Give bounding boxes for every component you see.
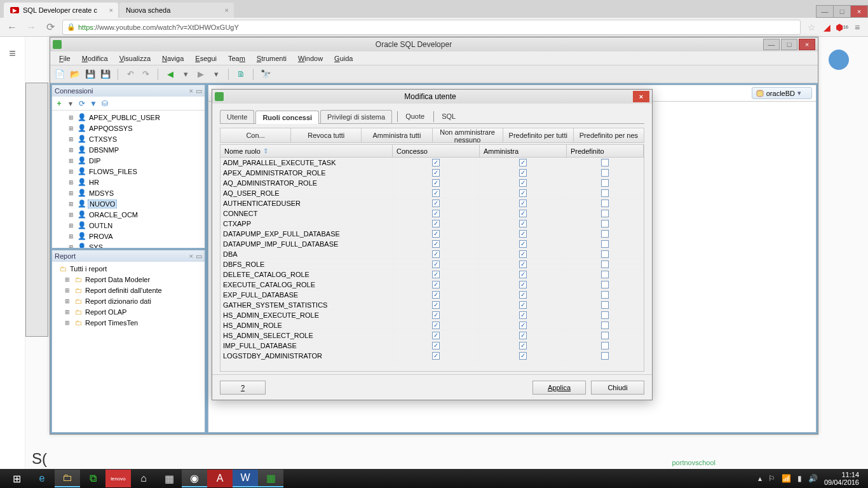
table-row[interactable]: AUTHENTICATEDUSER: [220, 198, 644, 208]
granted-checkbox[interactable]: [432, 250, 440, 258]
granted-checkbox[interactable]: [432, 352, 440, 360]
table-row[interactable]: HS_ADMIN_ROLE: [220, 320, 644, 330]
tns-icon[interactable]: ⛁: [100, 99, 109, 108]
avatar[interactable]: [829, 50, 849, 70]
granted-checkbox[interactable]: [432, 189, 440, 197]
expand-icon[interactable]: ⊞: [69, 158, 76, 164]
taskbar-sqldev-icon[interactable]: ▦: [258, 470, 283, 487]
table-row[interactable]: AQ_ADMINISTRATOR_ROLE: [220, 178, 644, 188]
user-tree-item[interactable]: ⊞👤APEX_PUBLIC_USER: [52, 112, 205, 123]
expand-icon[interactable]: ⊞: [69, 125, 76, 132]
redo-icon[interactable]: ↷: [140, 69, 151, 80]
save-icon[interactable]: 💾: [85, 69, 96, 80]
default-checkbox[interactable]: [601, 200, 609, 207]
table-row[interactable]: LOGSTDBY_ADMINISTRATOR: [220, 351, 644, 361]
star-icon[interactable]: ☆: [806, 22, 817, 33]
admin-checkbox[interactable]: [519, 159, 527, 166]
tray-network-icon[interactable]: 📶: [782, 474, 791, 483]
panel-minimize-icon[interactable]: ▭: [196, 87, 202, 95]
table-row[interactable]: EXP_FULL_DATABASE: [220, 290, 644, 300]
expand-icon[interactable]: ⊞: [69, 222, 76, 229]
table-row[interactable]: GATHER_SYSTEM_STATISTICS: [220, 300, 644, 310]
dropdown-icon[interactable]: ▾: [210, 69, 222, 80]
default-checkbox[interactable]: [601, 189, 609, 197]
admin-checkbox[interactable]: [519, 342, 527, 349]
window-minimize-button[interactable]: —: [763, 39, 780, 50]
expand-icon[interactable]: ⊞: [69, 201, 76, 207]
menu-guida[interactable]: Guida: [329, 53, 358, 64]
default-checkbox[interactable]: [601, 159, 609, 166]
granted-checkbox[interactable]: [432, 230, 440, 238]
user-tree-item[interactable]: ⊞👤ORACLE_OCM: [52, 209, 205, 220]
sql-worksheet-icon[interactable]: 🗎: [235, 69, 247, 80]
column-header-granted[interactable]: Concesso: [393, 145, 480, 157]
menu-window[interactable]: Window: [293, 53, 328, 64]
table-row[interactable]: DBFS_ROLE: [220, 259, 644, 269]
default-checkbox[interactable]: [601, 271, 609, 278]
open-icon[interactable]: 📂: [69, 69, 81, 80]
expand-icon[interactable]: ⊞: [65, 309, 72, 315]
admin-checkbox[interactable]: [519, 179, 527, 187]
window-minimize-button[interactable]: —: [816, 5, 834, 18]
granted-checkbox[interactable]: [432, 322, 440, 329]
report-panel-header[interactable]: Report × ▭: [52, 250, 205, 262]
dropdown-icon[interactable]: ▾: [180, 69, 191, 80]
granted-checkbox[interactable]: [432, 200, 440, 207]
window-close-button[interactable]: ×: [850, 5, 868, 18]
granted-checkbox[interactable]: [432, 159, 440, 166]
taskbar-explorer-icon[interactable]: 🗀: [55, 470, 80, 487]
undo-icon[interactable]: ↶: [125, 69, 136, 80]
admin-checkbox[interactable]: [519, 261, 527, 268]
menu-visualizza[interactable]: Visualizza: [114, 53, 156, 64]
expand-icon[interactable]: ⊞: [65, 320, 72, 326]
dropdown-icon[interactable]: ▾: [66, 99, 75, 108]
report-tree-item[interactable]: ⊞🗀Report Data Modeler: [52, 274, 205, 285]
admin-checkbox[interactable]: [519, 200, 527, 207]
taskbar-clock[interactable]: 11:14 09/04/2016: [824, 471, 859, 486]
expand-icon[interactable]: ⊞: [65, 298, 72, 304]
admin-checkbox[interactable]: [519, 210, 527, 217]
new-icon[interactable]: 📄: [54, 69, 65, 80]
taskbar-libre-icon[interactable]: ▦: [156, 470, 182, 487]
default-checkbox[interactable]: [601, 322, 609, 329]
user-tree-item[interactable]: ⊞👤SYS: [52, 241, 205, 248]
menu-file[interactable]: File: [54, 53, 76, 64]
report-tree-item[interactable]: ⊞🗀Report definiti dall'utente: [52, 285, 205, 295]
table-row[interactable]: DBA: [220, 249, 644, 259]
taskbar-store-icon[interactable]: ⧉: [80, 470, 105, 487]
table-row[interactable]: AQ_USER_ROLE: [220, 188, 644, 198]
default-checkbox[interactable]: [601, 250, 609, 258]
extension-badge-icon[interactable]: ⬢16: [836, 22, 848, 33]
sqldev-menubar[interactable]: File Modifica Visualizza Naviga Esegui T…: [50, 51, 818, 65]
start-button[interactable]: ⊞: [4, 470, 29, 487]
granted-checkbox[interactable]: [432, 311, 440, 319]
window-maximize-button[interactable]: □: [781, 39, 797, 50]
reports-tree[interactable]: 🗀 Tutti i report ⊞🗀Report Data Modeler⊞🗀…: [52, 262, 205, 432]
column-header-admin[interactable]: Amministra: [480, 145, 567, 157]
granted-checkbox[interactable]: [432, 210, 440, 217]
tab-ruoli-concessi[interactable]: Ruoli concessi: [255, 111, 319, 124]
report-tree-item[interactable]: ⊞🗀Report dizionario dati: [52, 295, 205, 306]
taskbar-lenovo-icon[interactable]: lenovo: [105, 470, 131, 487]
default-checkbox[interactable]: [601, 301, 609, 309]
reports-root[interactable]: 🗀 Tutti i report: [52, 263, 205, 274]
close-icon[interactable]: ×: [225, 6, 229, 14]
column-header-name[interactable]: Nome ruolo ⇧: [220, 145, 393, 157]
menu-icon[interactable]: ≡: [851, 22, 863, 33]
expand-icon[interactable]: ⊞: [69, 190, 76, 196]
default-checkbox[interactable]: [601, 352, 609, 360]
default-checkbox[interactable]: [601, 311, 609, 319]
table-row[interactable]: CONNECT: [220, 208, 644, 219]
admin-none-button[interactable]: Non amministrare nessuno: [433, 128, 503, 142]
default-checkbox[interactable]: [601, 169, 609, 177]
admin-all-button[interactable]: Amministra tutti: [362, 128, 432, 142]
forward-icon[interactable]: →: [24, 22, 38, 33]
dialog-titlebar[interactable]: Modifica utente ×: [212, 90, 652, 104]
user-tree-item[interactable]: ⊞👤OUTLN: [52, 220, 205, 231]
expand-icon[interactable]: ⊞: [69, 168, 76, 175]
table-row[interactable]: DATAPUMP_IMP_FULL_DATABASE: [220, 239, 644, 249]
table-row[interactable]: ADM_PARALLEL_EXECUTE_TASK: [220, 158, 644, 168]
tab-sql[interactable]: SQL: [438, 110, 459, 123]
default-checkbox[interactable]: [601, 210, 609, 217]
binoculars-icon[interactable]: 🔭: [260, 69, 271, 80]
